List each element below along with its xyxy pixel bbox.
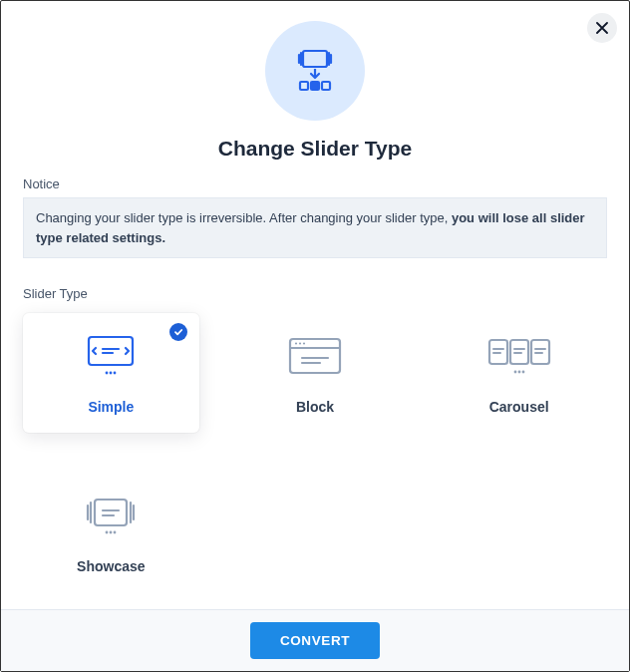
svg-point-32 xyxy=(106,531,109,534)
option-block[interactable]: Block xyxy=(227,313,404,433)
svg-rect-4 xyxy=(89,337,133,365)
svg-rect-1 xyxy=(300,82,308,90)
svg-rect-2 xyxy=(311,82,319,90)
block-slider-icon xyxy=(282,331,348,381)
notice-label: Notice xyxy=(23,176,607,191)
selected-badge xyxy=(169,323,187,341)
close-icon xyxy=(596,22,608,34)
svg-rect-29 xyxy=(95,500,127,525)
svg-point-13 xyxy=(299,342,301,344)
convert-slider-icon xyxy=(288,44,342,98)
option-label: Carousel xyxy=(489,399,549,415)
convert-button[interactable]: CONVERT xyxy=(250,622,380,659)
svg-point-9 xyxy=(114,372,117,375)
modal-footer: CONVERT xyxy=(1,609,629,671)
option-simple[interactable]: Simple xyxy=(23,313,199,433)
svg-point-26 xyxy=(513,371,516,374)
carousel-slider-icon xyxy=(483,331,555,381)
svg-rect-0 xyxy=(303,51,327,67)
check-icon xyxy=(173,327,183,337)
option-label: Block xyxy=(296,399,334,415)
svg-rect-10 xyxy=(290,339,340,373)
svg-point-7 xyxy=(106,372,109,375)
svg-point-33 xyxy=(110,531,113,534)
modal-title: Change Slider Type xyxy=(218,137,413,161)
slider-type-label: Slider Type xyxy=(23,286,607,301)
svg-point-12 xyxy=(295,342,297,344)
modal-header: Change Slider Type xyxy=(1,1,629,168)
option-label: Simple xyxy=(88,399,134,415)
svg-point-28 xyxy=(521,371,524,374)
option-showcase[interactable]: Showcase xyxy=(23,473,199,592)
svg-point-8 xyxy=(110,372,113,375)
slider-type-grid: Simple Block xyxy=(23,313,607,592)
hero-icon-container xyxy=(265,21,365,121)
notice-text: Changing your slider type is irreversibl… xyxy=(36,210,452,225)
close-button[interactable] xyxy=(587,13,617,43)
svg-point-14 xyxy=(303,342,305,344)
change-slider-type-modal: Change Slider Type Notice Changing your … xyxy=(0,0,630,672)
simple-slider-icon xyxy=(78,331,144,381)
option-label: Showcase xyxy=(77,558,145,574)
notice-box: Changing your slider type is irreversibl… xyxy=(23,197,607,258)
option-carousel[interactable]: Carousel xyxy=(431,313,607,433)
svg-point-27 xyxy=(517,371,520,374)
svg-rect-3 xyxy=(322,82,330,90)
showcase-slider-icon xyxy=(75,491,147,540)
modal-body: Notice Changing your slider type is irre… xyxy=(1,168,629,609)
svg-point-34 xyxy=(114,531,117,534)
